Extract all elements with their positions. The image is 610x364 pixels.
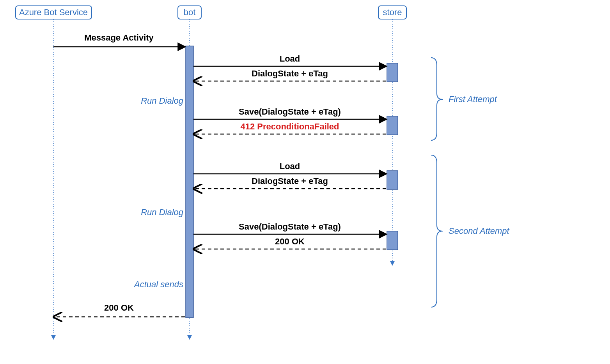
label-200ok: 200 OK	[275, 237, 305, 246]
brace-second-attempt	[431, 155, 443, 307]
activation-store-3	[387, 171, 398, 189]
label-dialogstate-1: DialogState + eTag	[252, 69, 328, 78]
svg-text:Azure Bot Service: Azure Bot Service	[19, 7, 88, 17]
actor-store: store	[378, 6, 406, 19]
actor-bot: bot	[178, 6, 201, 19]
activation-store-1	[387, 63, 398, 82]
sequence-diagram: Azure Bot Service bot store Message Acti…	[0, 0, 610, 364]
label-second-attempt: Second Attempt	[449, 226, 510, 236]
label-412: 412 PreconditionaFailed	[240, 122, 339, 131]
svg-text:bot: bot	[184, 7, 196, 17]
svg-text:store: store	[383, 7, 402, 17]
label-save-1: Save(DialogState + eTag)	[239, 107, 341, 117]
label-save-2: Save(DialogState + eTag)	[239, 222, 341, 231]
actor-azure: Azure Bot Service	[16, 6, 92, 19]
activation-bot	[186, 46, 193, 318]
note-run-dialog-1: Run Dialog	[141, 96, 184, 106]
label-load-2: Load	[280, 161, 300, 171]
label-return-200: 200 OK	[104, 303, 134, 313]
note-actual-sends: Actual sends	[133, 279, 183, 289]
label-message-activity: Message Activity	[84, 33, 154, 42]
activation-store-2	[387, 116, 398, 135]
label-dialogstate-2: DialogState + eTag	[252, 176, 328, 186]
note-run-dialog-2: Run Dialog	[141, 207, 184, 217]
label-first-attempt: First Attempt	[449, 94, 497, 104]
activation-store-4	[387, 231, 398, 250]
label-load-1: Load	[280, 54, 300, 64]
brace-first-attempt	[431, 58, 443, 140]
